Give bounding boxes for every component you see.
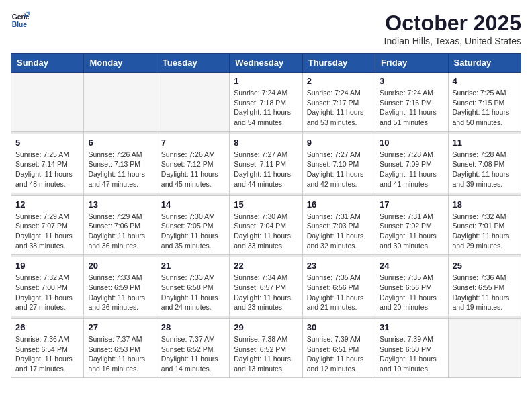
day-number: 16 — [307, 199, 371, 210]
logo-icon: General Blue — [11, 11, 30, 30]
calendar-cell: 29Sunrise: 7:38 AM Sunset: 6:52 PM Dayli… — [230, 319, 302, 378]
calendar-cell: 16Sunrise: 7:31 AM Sunset: 7:03 PM Dayli… — [302, 195, 375, 255]
month-title: October 2025 — [384, 11, 521, 36]
calendar-cell: 27Sunrise: 7:37 AM Sunset: 6:53 PM Dayli… — [84, 319, 157, 378]
calendar-cell: 4Sunrise: 7:25 AM Sunset: 7:15 PM Daylig… — [448, 73, 521, 132]
day-number: 10 — [380, 138, 443, 148]
day-info: Sunrise: 7:31 AM Sunset: 7:03 PM Dayligh… — [307, 212, 371, 251]
day-info: Sunrise: 7:26 AM Sunset: 7:13 PM Dayligh… — [88, 150, 152, 189]
calendar-cell: 18Sunrise: 7:32 AM Sunset: 7:01 PM Dayli… — [448, 195, 521, 255]
calendar-dow-sunday: Sunday — [11, 54, 84, 73]
day-number: 28 — [161, 322, 225, 332]
day-number: 18 — [453, 199, 517, 210]
day-info: Sunrise: 7:39 AM Sunset: 6:50 PM Dayligh… — [380, 334, 443, 374]
calendar-cell — [84, 73, 157, 132]
day-number: 6 — [88, 138, 152, 148]
day-number: 19 — [15, 261, 79, 271]
calendar-dow-friday: Friday — [375, 54, 448, 73]
day-info: Sunrise: 7:36 AM Sunset: 6:55 PM Dayligh… — [453, 273, 517, 312]
day-number: 14 — [161, 199, 225, 210]
day-info: Sunrise: 7:24 AM Sunset: 7:18 PM Dayligh… — [234, 88, 298, 128]
day-info: Sunrise: 7:29 AM Sunset: 7:07 PM Dayligh… — [15, 212, 79, 251]
calendar-cell: 8Sunrise: 7:27 AM Sunset: 7:11 PM Daylig… — [230, 134, 302, 193]
calendar-cell: 2Sunrise: 7:24 AM Sunset: 7:17 PM Daylig… — [302, 73, 375, 132]
day-number: 7 — [161, 138, 225, 148]
title-area: October 2025 Indian Hills, Texas, United… — [384, 11, 521, 46]
calendar-week-row: 12Sunrise: 7:29 AM Sunset: 7:07 PM Dayli… — [11, 195, 521, 255]
day-number: 9 — [307, 138, 371, 148]
calendar-cell: 22Sunrise: 7:34 AM Sunset: 6:57 PM Dayli… — [230, 257, 302, 316]
day-info: Sunrise: 7:26 AM Sunset: 7:12 PM Dayligh… — [161, 150, 225, 189]
day-number: 15 — [234, 199, 298, 210]
calendar-cell: 11Sunrise: 7:28 AM Sunset: 7:08 PM Dayli… — [448, 134, 521, 193]
calendar-week-row: 26Sunrise: 7:36 AM Sunset: 6:54 PM Dayli… — [11, 319, 521, 378]
day-number: 8 — [234, 138, 298, 148]
location: Indian Hills, Texas, United States — [384, 36, 521, 46]
day-info: Sunrise: 7:28 AM Sunset: 7:09 PM Dayligh… — [380, 150, 443, 189]
calendar-cell: 20Sunrise: 7:33 AM Sunset: 6:59 PM Dayli… — [84, 257, 157, 316]
day-number: 29 — [234, 322, 298, 332]
calendar-cell: 30Sunrise: 7:39 AM Sunset: 6:51 PM Dayli… — [302, 319, 375, 378]
day-info: Sunrise: 7:25 AM Sunset: 7:15 PM Dayligh… — [453, 88, 517, 128]
calendar-dow-thursday: Thursday — [302, 54, 375, 73]
calendar-cell: 23Sunrise: 7:35 AM Sunset: 6:56 PM Dayli… — [302, 257, 375, 316]
day-number: 30 — [307, 322, 371, 332]
day-info: Sunrise: 7:30 AM Sunset: 7:05 PM Dayligh… — [161, 212, 225, 251]
calendar-cell: 10Sunrise: 7:28 AM Sunset: 7:09 PM Dayli… — [375, 134, 448, 193]
calendar-cell: 13Sunrise: 7:29 AM Sunset: 7:06 PM Dayli… — [84, 195, 157, 255]
day-number: 13 — [88, 199, 152, 210]
calendar-dow-tuesday: Tuesday — [157, 54, 229, 73]
day-info: Sunrise: 7:27 AM Sunset: 7:11 PM Dayligh… — [234, 150, 298, 189]
calendar-cell: 9Sunrise: 7:27 AM Sunset: 7:10 PM Daylig… — [302, 134, 375, 193]
calendar-cell: 12Sunrise: 7:29 AM Sunset: 7:07 PM Dayli… — [11, 195, 84, 255]
day-info: Sunrise: 7:37 AM Sunset: 6:52 PM Dayligh… — [161, 334, 225, 374]
day-info: Sunrise: 7:32 AM Sunset: 7:01 PM Dayligh… — [453, 212, 517, 251]
day-info: Sunrise: 7:27 AM Sunset: 7:10 PM Dayligh… — [307, 150, 371, 189]
day-info: Sunrise: 7:30 AM Sunset: 7:04 PM Dayligh… — [234, 212, 298, 251]
day-number: 22 — [234, 261, 298, 271]
calendar-week-row: 1Sunrise: 7:24 AM Sunset: 7:18 PM Daylig… — [11, 73, 521, 132]
day-info: Sunrise: 7:29 AM Sunset: 7:06 PM Dayligh… — [88, 212, 152, 251]
calendar-header-row: SundayMondayTuesdayWednesdayThursdayFrid… — [11, 54, 521, 73]
svg-text:Blue: Blue — [12, 21, 28, 28]
calendar-cell: 15Sunrise: 7:30 AM Sunset: 7:04 PM Dayli… — [230, 195, 302, 255]
day-number: 3 — [380, 76, 443, 86]
day-number: 1 — [234, 76, 298, 86]
day-number: 27 — [88, 322, 152, 332]
day-number: 12 — [15, 199, 79, 210]
day-number: 23 — [307, 261, 371, 271]
day-info: Sunrise: 7:28 AM Sunset: 7:08 PM Dayligh… — [453, 150, 517, 189]
svg-text:General: General — [12, 13, 30, 21]
day-number: 25 — [453, 261, 517, 271]
calendar-dow-wednesday: Wednesday — [230, 54, 302, 73]
calendar-cell: 6Sunrise: 7:26 AM Sunset: 7:13 PM Daylig… — [84, 134, 157, 193]
day-info: Sunrise: 7:39 AM Sunset: 6:51 PM Dayligh… — [307, 334, 371, 374]
day-number: 2 — [307, 76, 371, 86]
calendar-cell: 24Sunrise: 7:35 AM Sunset: 6:56 PM Dayli… — [375, 257, 448, 316]
calendar-week-row: 19Sunrise: 7:32 AM Sunset: 7:00 PM Dayli… — [11, 257, 521, 316]
calendar-cell: 14Sunrise: 7:30 AM Sunset: 7:05 PM Dayli… — [157, 195, 229, 255]
calendar-cell: 25Sunrise: 7:36 AM Sunset: 6:55 PM Dayli… — [448, 257, 521, 316]
day-info: Sunrise: 7:33 AM Sunset: 6:58 PM Dayligh… — [161, 273, 225, 312]
day-info: Sunrise: 7:33 AM Sunset: 6:59 PM Dayligh… — [88, 273, 152, 312]
day-info: Sunrise: 7:37 AM Sunset: 6:53 PM Dayligh… — [88, 334, 152, 374]
calendar-table: SundayMondayTuesdayWednesdayThursdayFrid… — [11, 53, 521, 378]
day-number: 11 — [453, 138, 517, 148]
calendar-cell: 26Sunrise: 7:36 AM Sunset: 6:54 PM Dayli… — [11, 319, 84, 378]
calendar-week-row: 5Sunrise: 7:25 AM Sunset: 7:14 PM Daylig… — [11, 134, 521, 193]
calendar-cell: 3Sunrise: 7:24 AM Sunset: 7:16 PM Daylig… — [375, 73, 448, 132]
calendar-cell — [448, 319, 521, 378]
calendar-dow-saturday: Saturday — [448, 54, 521, 73]
day-info: Sunrise: 7:34 AM Sunset: 6:57 PM Dayligh… — [234, 273, 298, 312]
calendar-cell: 7Sunrise: 7:26 AM Sunset: 7:12 PM Daylig… — [157, 134, 229, 193]
calendar-cell: 31Sunrise: 7:39 AM Sunset: 6:50 PM Dayli… — [375, 319, 448, 378]
day-info: Sunrise: 7:35 AM Sunset: 6:56 PM Dayligh… — [307, 273, 371, 312]
day-info: Sunrise: 7:24 AM Sunset: 7:16 PM Dayligh… — [380, 88, 443, 128]
day-info: Sunrise: 7:36 AM Sunset: 6:54 PM Dayligh… — [15, 334, 79, 374]
day-number: 24 — [380, 261, 443, 271]
calendar-cell: 19Sunrise: 7:32 AM Sunset: 7:00 PM Dayli… — [11, 257, 84, 316]
day-number: 4 — [453, 76, 517, 86]
calendar-dow-monday: Monday — [84, 54, 157, 73]
page-header: General Blue October 2025 Indian Hills, … — [11, 11, 521, 46]
calendar-cell: 28Sunrise: 7:37 AM Sunset: 6:52 PM Dayli… — [157, 319, 229, 378]
